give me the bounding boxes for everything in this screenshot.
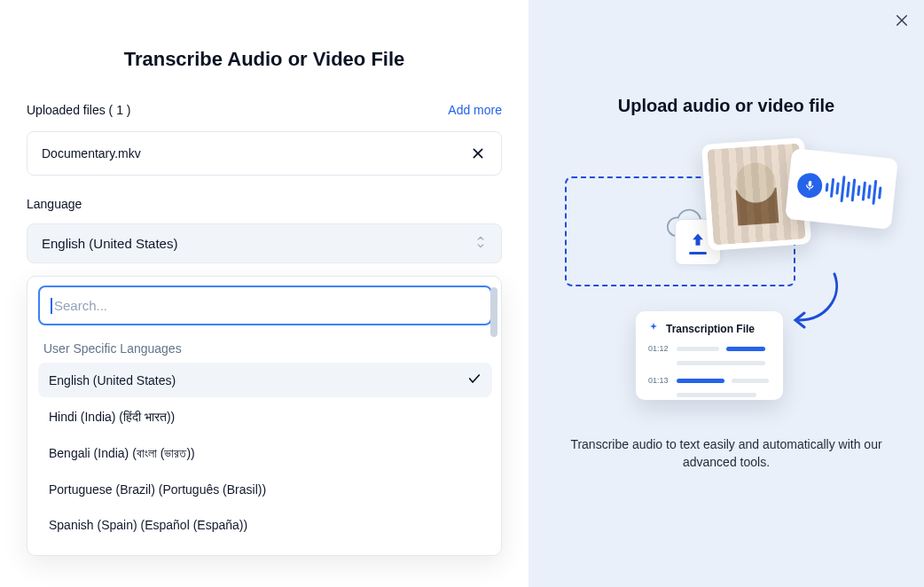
language-options: English (United States) Hindi (India) (ह… (38, 363, 492, 556)
transcription-row: 01:13 (648, 376, 771, 385)
language-option-label: Hindi (India) (हिंदी भारत)) (49, 410, 175, 425)
transcribe-dialog: Transcribe Audio or Video File Uploaded … (0, 0, 924, 587)
language-search-input[interactable] (52, 293, 483, 318)
language-option-label: Spanish (Spain) (Español (España)) (49, 518, 247, 532)
audio-waveform-card (785, 148, 898, 230)
language-dropdown: User Specific Languages English (United … (27, 276, 502, 556)
language-option[interactable]: Italian (Italy) (Italiano (Italia)) (38, 544, 492, 556)
svg-rect-4 (809, 189, 810, 191)
uploaded-file-name: Documentary.mkv (42, 146, 141, 160)
upload-arrow-icon (689, 231, 707, 250)
language-label: Language (27, 197, 502, 211)
text-line-highlight (677, 379, 724, 383)
right-pane: Upload audio or video file (529, 0, 924, 587)
right-pane-description: Transcribe audio to text easily and auto… (567, 435, 886, 472)
language-option[interactable]: Spanish (Spain) (Español (España)) (38, 509, 492, 541)
language-option[interactable]: Bengali (India) (বাংলা (ভারত)) (38, 437, 492, 470)
uploaded-files-label: Uploaded files ( 1 ) (27, 103, 131, 117)
text-line (677, 393, 756, 397)
panel-close-button[interactable] (894, 12, 910, 31)
timecode: 01:12 (648, 344, 670, 353)
text-line (732, 379, 769, 383)
language-option[interactable]: Hindi (India) (हिंदी भारत)) (38, 401, 492, 434)
sparkle-icon (648, 322, 659, 335)
check-icon (467, 372, 482, 388)
microphone-icon (796, 172, 824, 200)
language-search-field-wrap (38, 286, 492, 325)
transcription-file-title: Transcription File (666, 323, 755, 335)
text-line (677, 361, 765, 365)
language-group-title: User Specific Languages (43, 341, 487, 356)
right-pane-title: Upload audio or video file (550, 96, 903, 116)
uploaded-file-chip: Documentary.mkv (27, 131, 502, 176)
uploaded-files-header: Uploaded files ( 1 ) Add more (27, 103, 502, 117)
language-option[interactable]: English (United States) (38, 363, 492, 397)
language-select[interactable]: English (United States) (27, 223, 502, 263)
upload-underline (689, 252, 707, 254)
close-icon (471, 146, 485, 160)
dialog-title: Transcribe Audio or Video File (27, 48, 502, 71)
transcription-row: 01:12 (648, 344, 771, 353)
transcription-row: -- (648, 358, 771, 367)
remove-file-button[interactable] (469, 145, 487, 162)
timecode: 01:13 (648, 376, 670, 385)
language-option[interactable]: Portuguese (Brazil) (Português (Brasil)) (38, 474, 492, 505)
select-sort-icon (474, 235, 487, 252)
close-icon (894, 12, 910, 28)
transcription-file-title-row: Transcription File (648, 322, 771, 335)
dropdown-scrollbar[interactable] (490, 287, 497, 337)
language-option-label: Bengali (India) (বাংলা (ভারত)) (49, 446, 195, 461)
transcription-file-card: Transcription File 01:12 -- 01:13 (636, 311, 783, 400)
text-line (677, 347, 719, 351)
transcription-row: -- (648, 390, 771, 399)
flow-arrow (787, 270, 849, 344)
add-more-link[interactable]: Add more (448, 103, 502, 117)
left-pane: Transcribe Audio or Video File Uploaded … (0, 0, 529, 587)
language-option-label: Portuguese (Brazil) (Português (Brasil)) (49, 482, 266, 497)
language-select-value: English (United States) (42, 236, 177, 251)
language-option-label: English (United States) (49, 373, 176, 387)
waveform-bars (825, 174, 888, 207)
language-option-label: Italian (Italy) (Italiano (Italia)) (49, 553, 206, 556)
text-line-highlight (726, 347, 765, 351)
upload-illustration: Transcription File 01:12 -- 01:13 (558, 137, 895, 421)
